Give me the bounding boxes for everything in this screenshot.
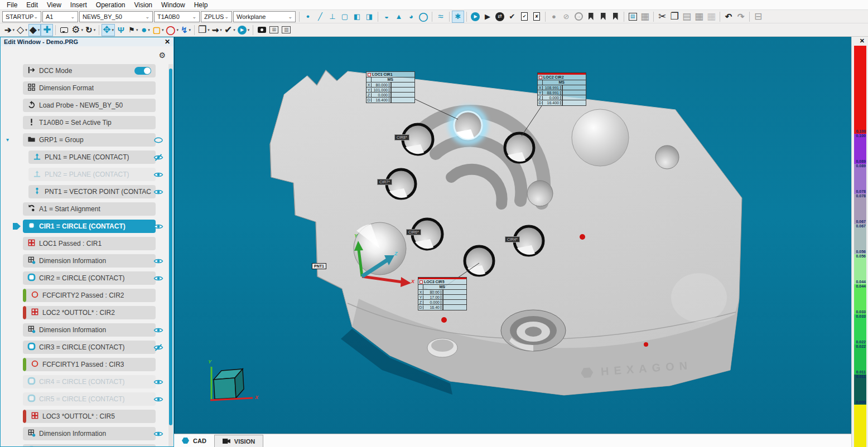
program-item-pill[interactable]: CIR2 = CIRCLE (CONTACT): [23, 271, 156, 285]
torus-feature-icon[interactable]: ◯: [418, 11, 429, 22]
program-settings-icon[interactable]: ⚙▾: [71, 25, 84, 36]
tab-vision[interactable]: VISION: [214, 435, 263, 447]
program-item-pill[interactable]: PLN2 = PLANE (CONTACT): [28, 168, 156, 181]
feature-tag-cir7[interactable]: CIR7*: [377, 179, 392, 185]
program-item-pnt1-vector-point[interactable]: PNT1 = VECTOR POINT (CONTAC: [1, 185, 168, 198]
program-item-pill[interactable]: CIR1 = CIRCLE (CONTACT): [23, 220, 156, 233]
program-item-pill[interactable]: Dimension Information: [23, 427, 156, 440]
dcc-mode-toggle[interactable]: [134, 67, 151, 75]
bookmark-remove-icon[interactable]: [610, 11, 621, 22]
bookmark-icon[interactable]: [585, 11, 596, 22]
point-feature-icon[interactable]: •: [302, 11, 314, 22]
sphere-feature-icon[interactable]: ◕: [406, 11, 417, 22]
mark-done-icon[interactable]: ✔: [507, 11, 518, 22]
eye-slash-icon[interactable]: [153, 153, 163, 161]
probe-mode-icon[interactable]: ✥▾: [102, 25, 114, 36]
dropdown-caret-icon[interactable]: ▾: [248, 28, 250, 32]
dropdown-caret-icon[interactable]: ▾: [189, 28, 191, 32]
program-item-cir5-circle[interactable]: CIR5 = CIRCLE (CONTACT): [1, 392, 168, 406]
dropdown-caret-icon[interactable]: ▾: [25, 28, 27, 32]
program-item-pill[interactable]: Load Probe - NEW5_BY_50: [23, 99, 156, 112]
paste-pattern-icon[interactable]: ▦: [693, 11, 705, 22]
cut-icon[interactable]: ✂: [657, 11, 668, 22]
menu-window[interactable]: Window: [157, 1, 190, 9]
program-item-pill[interactable]: T1A0B0 = Set Active Tip: [23, 116, 156, 129]
execute-loop-icon[interactable]: ⇄: [494, 11, 505, 22]
circle-tool-icon[interactable]: ◯▾: [166, 25, 179, 36]
program-item-pln1-plane[interactable]: PLN1 = PLANE (CONTACT): [1, 150, 168, 164]
program-item-dimension-information-1[interactable]: Dimension Information: [1, 254, 168, 268]
dropdown-caret-icon[interactable]: ▾: [220, 28, 222, 32]
program-item-load-probe[interactable]: Load Probe - NEW5_BY_50: [1, 99, 168, 112]
program-item-pill[interactable]: LOC2 *OUTTOL* : CIR2: [23, 306, 156, 319]
approve-icon[interactable]: ✔▾: [224, 25, 236, 36]
eye-slash-icon[interactable]: [153, 343, 163, 351]
program-item-pill[interactable]: Dimension Information: [23, 323, 156, 337]
dropdown-caret-icon[interactable]: ▾: [81, 28, 84, 32]
program-item-pill[interactable]: DCC Mode: [23, 64, 156, 77]
dim-table-loc2[interactable]: LOC2 CIR2 MS X108.991 Y88.991 Z0.000 D16…: [537, 72, 586, 106]
menu-operation[interactable]: Operation: [91, 1, 130, 9]
dropdown-caret-icon[interactable]: ▾: [13, 28, 15, 32]
eye-icon[interactable]: [153, 378, 163, 386]
cylinder-feature-icon[interactable]: ◒: [381, 11, 392, 22]
program-item-loc3-dimension[interactable]: LOC3 *OUTTOL* : CIR5: [1, 410, 168, 423]
report-eo-icon[interactable]: ⊞: [268, 25, 279, 36]
copy-icon[interactable]: ❐: [669, 11, 680, 22]
zoom-tool-icon[interactable]: ↯▾: [180, 25, 191, 36]
combo-workplane[interactable]: Workplane⌄: [233, 11, 296, 22]
snapshot-icon[interactable]: [256, 25, 267, 36]
square-slot-feature-icon[interactable]: ◧: [351, 11, 363, 22]
report-grid-icon[interactable]: ▦: [639, 11, 650, 22]
dropdown-caret-icon[interactable]: ▾: [94, 28, 96, 32]
gear-icon[interactable]: ⚙: [158, 51, 166, 60]
program-item-dcc-mode[interactable]: DCC Mode: [1, 64, 168, 77]
pan-view-icon[interactable]: ✚: [41, 25, 52, 36]
round-slot-feature-icon[interactable]: ▢: [339, 11, 350, 22]
comment-icon[interactable]: [59, 25, 70, 36]
dropdown-caret-icon[interactable]: ▾: [148, 28, 150, 32]
sphere-disabled-icon[interactable]: ●: [548, 11, 560, 22]
eye-icon[interactable]: [153, 274, 163, 282]
plane-feature-icon[interactable]: ⊥: [327, 11, 338, 22]
program-item-pill[interactable]: A1 = Start Alignment: [23, 202, 156, 216]
combo-workplane-axis[interactable]: ZPLUS⌄: [201, 11, 232, 22]
dropdown-caret-icon[interactable]: ▾: [233, 28, 235, 32]
program-item-pln2-plane[interactable]: PLN2 = PLANE (CONTACT): [1, 168, 168, 181]
program-item-pill[interactable]: Dimension Format: [23, 81, 156, 95]
program-item-dimension-format[interactable]: Dimension Format: [1, 81, 168, 95]
report-chart-icon[interactable]: ▥: [281, 25, 292, 36]
program-item-set-active-tip[interactable]: T1A0B0 = Set Active Tip: [1, 116, 168, 129]
layer-copy-icon[interactable]: ❐▾: [197, 25, 210, 36]
feature-tag-pnt1[interactable]: PNT1: [312, 263, 326, 269]
dropdown-caret-icon[interactable]: ▾: [208, 28, 210, 32]
paste-icon[interactable]: ▤: [681, 11, 692, 22]
execute-from-cursor-icon[interactable]: ▶: [482, 11, 493, 22]
program-item-pill[interactable]: CIR6 = CIRCLE (CONTACT): [23, 444, 156, 447]
combo-alignment[interactable]: A1⌄: [42, 11, 78, 22]
program-item-fcfcirty2-dimension[interactable]: FCFCIRTY2 Passed : CIR2: [1, 289, 168, 302]
eye-icon[interactable]: [153, 326, 163, 334]
program-item-cir3-circle[interactable]: CIR3 = CIRCLE (CONTACT): [1, 341, 168, 354]
eye-outline-icon[interactable]: [153, 136, 163, 144]
print-icon[interactable]: ⊟: [753, 11, 764, 22]
report-window-icon[interactable]: ▤: [627, 11, 638, 22]
collapse-arrow-icon[interactable]: ▾: [6, 137, 9, 143]
mini-execute-icon[interactable]: ▶▾: [237, 25, 250, 36]
edit-window-titlebar[interactable]: Edit Window - Demo.PRG ✕: [1, 37, 173, 46]
program-item-dimension-information-2[interactable]: Dimension Information: [1, 323, 168, 337]
eye-icon[interactable]: [153, 430, 163, 438]
close-icon[interactable]: ✕: [860, 37, 865, 45]
sphere-off-disabled-icon[interactable]: ⊘: [561, 11, 572, 22]
program-item-cir6-circle[interactable]: CIR6 = CIRCLE (CONTACT): [1, 444, 168, 447]
eye-icon[interactable]: [153, 395, 163, 403]
menu-insert[interactable]: Insert: [66, 1, 91, 9]
execute-program-icon[interactable]: ▶: [470, 11, 481, 22]
redo-icon[interactable]: ↷: [735, 11, 746, 22]
wireframe-view-icon[interactable]: ◇▾: [16, 25, 28, 36]
eye-icon[interactable]: [153, 257, 163, 265]
notch-feature-icon[interactable]: ◨: [364, 11, 375, 22]
dropdown-caret-icon[interactable]: ▾: [112, 28, 114, 32]
cad-3d-scene[interactable]: [175, 37, 851, 434]
feature-tag-cir4[interactable]: CIR4*: [505, 236, 520, 242]
